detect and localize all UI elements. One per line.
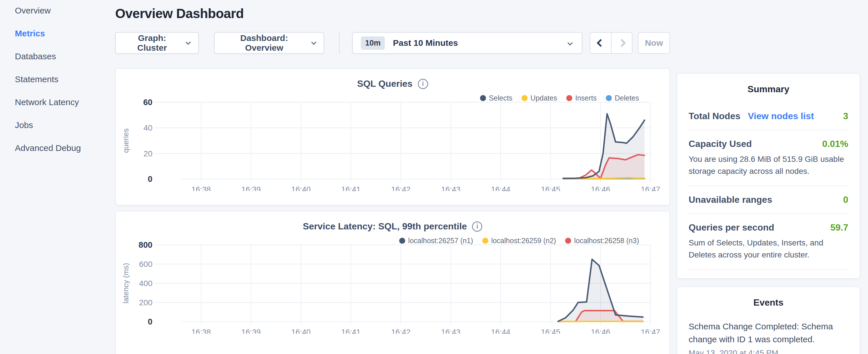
right-sidebar: Summary Total Nodes View nodes list 3 Ca… <box>677 73 860 354</box>
legend-dot-icon <box>606 95 612 101</box>
time-range-dropdown[interactable]: 10m Past 10 Minutes <box>352 32 582 54</box>
sidebar-item-databases[interactable]: Databases <box>15 52 115 61</box>
sidebar-item-statements[interactable]: Statements <box>15 75 115 84</box>
controls-bar: Graph: Cluster Dashboard: Overview 10m P… <box>115 32 670 54</box>
svg-text:0: 0 <box>148 174 152 184</box>
stat-capacity-used: Capacity Used 0.01% You are using 28.6 M… <box>689 130 848 186</box>
stat-label: P99 latency <box>689 278 739 279</box>
chart-legend: SelectsUpdatesInsertsDeletes <box>480 94 639 102</box>
sql-queries-chart-card: SQL Queries i SelectsUpdatesInsertsDelet… <box>115 68 670 205</box>
chevron-down-icon <box>311 39 316 45</box>
time-forward-button[interactable] <box>611 33 632 53</box>
svg-text:16:42: 16:42 <box>391 328 411 334</box>
svg-text:16:43: 16:43 <box>441 328 461 334</box>
svg-text:16:39: 16:39 <box>241 328 261 334</box>
service-latency-chart-card: Service Latency: SQL, 99th percentile i … <box>115 211 670 354</box>
svg-text:16:47: 16:47 <box>641 185 660 191</box>
legend-dot-icon <box>566 95 572 101</box>
svg-text:16:41: 16:41 <box>341 185 361 191</box>
legend-item[interactable]: Selects <box>480 94 513 102</box>
event-timestamp: May 13, 2020 at 4:45 PM <box>689 349 848 354</box>
svg-text:16:40: 16:40 <box>291 185 311 191</box>
legend-item[interactable]: Inserts <box>566 94 597 102</box>
svg-text:16:47: 16:47 <box>641 328 660 334</box>
svg-text:200: 200 <box>139 298 152 307</box>
legend-dot-icon <box>565 238 571 244</box>
legend-label: Selects <box>489 94 513 102</box>
legend-label: Deletes <box>615 94 639 102</box>
chart-title-row: SQL Queries i <box>116 78 670 89</box>
stat-label: Queries per second <box>689 222 774 233</box>
svg-text:16:43: 16:43 <box>441 185 461 191</box>
svg-text:16:38: 16:38 <box>191 185 211 191</box>
svg-text:16:39: 16:39 <box>241 185 261 191</box>
stat-total-nodes: Total Nodes View nodes list 3 <box>689 102 848 130</box>
page-title: Overview Dashboard <box>115 6 670 21</box>
stat-p99-latency: P99 latency 46.1 ms <box>689 270 848 279</box>
stat-value: 3 <box>843 111 848 122</box>
stat-description: Sum of Selects, Updates, Inserts, and De… <box>689 237 848 261</box>
svg-text:40: 40 <box>144 123 152 132</box>
time-nav <box>590 32 633 54</box>
svg-text:queries: queries <box>122 128 130 153</box>
legend-item[interactable]: localhost:26258 (n3) <box>565 236 639 245</box>
info-icon[interactable]: i <box>472 221 482 232</box>
legend-item[interactable]: Updates <box>522 94 557 102</box>
svg-text:16:40: 16:40 <box>291 328 311 334</box>
time-range-badge: 10m <box>361 36 385 50</box>
stat-queries-per-second: Queries per second 59.7 Sum of Selects, … <box>689 214 848 269</box>
graph-dropdown-label: Graph: Cluster <box>124 33 180 53</box>
svg-text:16:46: 16:46 <box>591 185 610 191</box>
dashboard-dropdown[interactable]: Dashboard: Overview <box>214 32 324 54</box>
legend-item[interactable]: localhost:26257 (n1) <box>399 236 473 245</box>
svg-text:16:44: 16:44 <box>491 328 510 334</box>
legend-item[interactable]: Deletes <box>606 94 639 102</box>
sidebar: Overview Metrics Databases Statements Ne… <box>0 0 115 167</box>
legend-dot-icon <box>399 238 405 244</box>
legend-label: localhost:26258 (n3) <box>574 236 639 245</box>
svg-text:0: 0 <box>148 317 152 326</box>
stat-unavailable-ranges: Unavailable ranges 0 <box>689 186 848 213</box>
sql-queries-chart: 16:3816:3916:4016:4116:4216:4316:4416:45… <box>116 97 670 191</box>
svg-text:600: 600 <box>139 260 152 269</box>
svg-text:16:45: 16:45 <box>541 328 560 334</box>
graph-dropdown[interactable]: Graph: Cluster <box>115 32 199 54</box>
chevron-left-icon <box>597 39 604 47</box>
chart-title: Service Latency: SQL, 99th percentile <box>303 221 467 232</box>
svg-text:16:46: 16:46 <box>591 328 610 334</box>
divider <box>339 32 340 54</box>
now-button[interactable]: Now <box>638 32 670 54</box>
events-title: Events <box>689 297 848 308</box>
chart-title: SQL Queries <box>357 78 412 89</box>
svg-text:latency (ms): latency (ms) <box>122 263 130 303</box>
sidebar-item-network-latency[interactable]: Network Latency <box>15 98 115 106</box>
sidebar-item-advanced-debug[interactable]: Advanced Debug <box>15 144 115 152</box>
time-range-label: Past 10 Minutes <box>393 38 458 48</box>
svg-text:800: 800 <box>139 240 152 250</box>
event-item[interactable]: Schema Change Completed: Schema change w… <box>689 320 848 354</box>
view-nodes-list-link[interactable]: View nodes list <box>748 111 814 122</box>
svg-text:16:38: 16:38 <box>191 328 211 334</box>
svg-text:16:41: 16:41 <box>341 328 361 334</box>
legend-dot-icon <box>480 95 486 101</box>
stat-label: Total Nodes <box>689 111 741 122</box>
sidebar-item-metrics[interactable]: Metrics <box>15 29 115 38</box>
sidebar-item-overview[interactable]: Overview <box>15 6 115 15</box>
stat-label: Capacity Used <box>689 139 752 149</box>
sidebar-item-jobs[interactable]: Jobs <box>15 121 115 129</box>
svg-text:16:44: 16:44 <box>491 185 510 191</box>
summary-title: Summary <box>689 84 848 95</box>
svg-text:20: 20 <box>144 149 152 158</box>
stat-value: 0 <box>843 194 848 205</box>
info-icon[interactable]: i <box>418 79 428 89</box>
legend-label: localhost:26257 (n1) <box>408 236 473 245</box>
svg-text:400: 400 <box>139 279 152 288</box>
time-back-button[interactable] <box>590 33 611 53</box>
stat-label: Unavailable ranges <box>689 194 772 205</box>
summary-panel: Summary Total Nodes View nodes list 3 Ca… <box>677 73 860 279</box>
svg-text:16:42: 16:42 <box>391 185 411 191</box>
chart-title-row: Service Latency: SQL, 99th percentile i <box>116 221 670 232</box>
svg-text:60: 60 <box>143 98 152 107</box>
legend-item[interactable]: localhost:26259 (n2) <box>482 236 556 245</box>
chart-legend: localhost:26257 (n1)localhost:26259 (n2)… <box>399 236 639 245</box>
